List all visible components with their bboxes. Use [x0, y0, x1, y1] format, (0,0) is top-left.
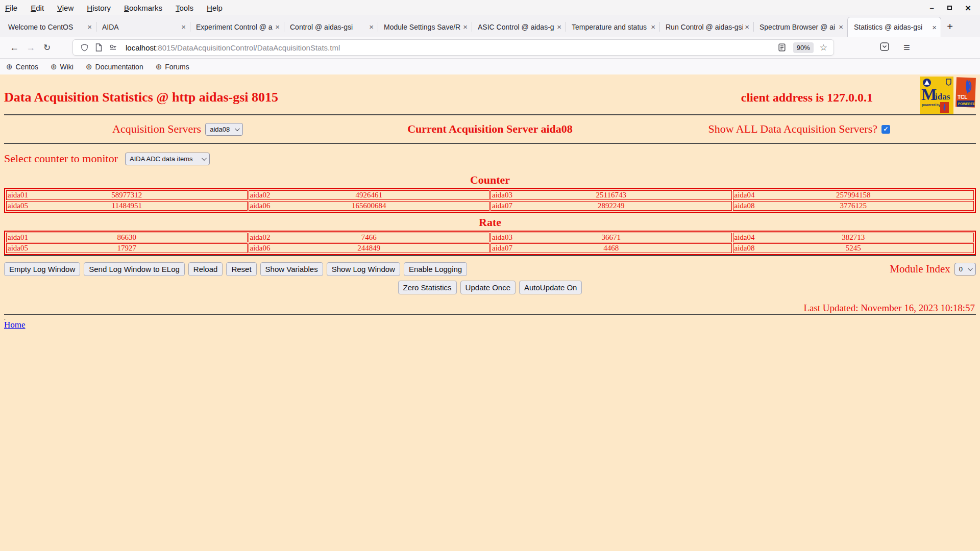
acquisition-servers-group: Acquisition Servers aida08: [112, 122, 243, 136]
counter-cell: aida06165600684: [249, 201, 490, 211]
rate-cell: aida06244849: [249, 243, 490, 253]
site-identity-icon[interactable]: [109, 44, 117, 51]
counter-table: aida0158977312 aida024926461 aida0325116…: [4, 188, 976, 213]
acquisition-servers-label: Acquisition Servers: [112, 122, 201, 136]
last-updated-text: Last Updated: November 16, 2023 10:18:57: [4, 303, 976, 314]
bookmark-centos[interactable]: Centos: [6, 62, 38, 71]
enable-logging-button[interactable]: Enable Logging: [404, 262, 467, 276]
menu-view[interactable]: View: [57, 4, 74, 12]
tab-experiment-control[interactable]: Experiment Control @ a: [190, 17, 284, 37]
tab-spectrum-browser[interactable]: Spectrum Browser @ ai: [753, 17, 847, 37]
module-index-group: Module Index 0: [890, 263, 976, 276]
bookmark-documentation[interactable]: Documentation: [86, 62, 143, 71]
svg-text:M: M: [921, 85, 937, 104]
menu-edit[interactable]: Edit: [31, 4, 44, 12]
update-once-button[interactable]: Update Once: [460, 281, 516, 294]
tab-module-settings[interactable]: Module Settings Save/R: [378, 17, 472, 37]
empty-log-window-button[interactable]: Empty Log Window: [4, 262, 80, 276]
close-icon[interactable]: [745, 22, 749, 31]
tab-asic-control[interactable]: ASIC Control @ aidas-g: [472, 17, 566, 37]
close-icon[interactable]: [275, 22, 280, 31]
current-server-label: Current Acquisition Server aida08: [407, 122, 573, 136]
toolbar-right: [880, 41, 917, 54]
url-path: :8015/DataAcquisitionControl/DataAcquisi…: [156, 43, 340, 52]
tab-aida[interactable]: AIDA: [96, 17, 190, 37]
bookmark-label: Centos: [16, 63, 38, 71]
close-icon[interactable]: [651, 22, 655, 31]
home-link-row: Home: [4, 320, 976, 330]
counter-cell: aida0511484951: [6, 201, 248, 211]
show-log-window-button[interactable]: Show Log Window: [327, 262, 400, 276]
menu-history[interactable]: History: [87, 4, 111, 12]
tab-label: ASIC Control @ aidas-g: [478, 23, 555, 31]
close-icon[interactable]: [87, 22, 92, 31]
zoom-level-badge[interactable]: 90%: [793, 42, 814, 53]
page-title: Data Acquisition Statistics @ http aidas…: [4, 90, 278, 105]
dot-text: .: [4, 316, 976, 320]
close-icon[interactable]: [369, 22, 374, 31]
close-icon[interactable]: [557, 22, 561, 31]
reader-mode-icon[interactable]: [778, 43, 786, 52]
tab-temperature-status[interactable]: Temperature and status: [566, 17, 659, 37]
reload-button[interactable]: Reload: [188, 262, 223, 276]
close-icon[interactable]: [839, 22, 843, 31]
menu-tools[interactable]: Tools: [176, 4, 193, 12]
selected-module-index: 0: [959, 265, 963, 273]
bookmark-star-icon[interactable]: [820, 42, 827, 53]
tab-statistics-active[interactable]: Statistics @ aidas-gsi: [847, 17, 941, 37]
tab-label: Temperature and status: [572, 23, 649, 31]
bookmark-label: Wiki: [60, 63, 74, 71]
bookmark-wiki[interactable]: Wiki: [51, 62, 74, 71]
rate-cell: aida027466: [249, 233, 490, 242]
counter-monitor-select[interactable]: AIDA ADC data items: [125, 153, 210, 165]
reload-icon[interactable]: [39, 42, 55, 53]
menu-bookmarks[interactable]: Bookmarks: [124, 4, 162, 12]
close-icon[interactable]: [181, 22, 186, 31]
minimize-button[interactable]: [930, 4, 934, 12]
bookmark-forums[interactable]: Forums: [156, 62, 189, 71]
send-log-to-elog-button[interactable]: Send Log Window to ELog: [84, 262, 185, 276]
globe-icon: [6, 62, 13, 71]
tab-welcome-to-centos[interactable]: Welcome to CentOS: [2, 17, 96, 37]
tab-control-aidas-gsi[interactable]: Control @ aidas-gsi: [284, 17, 378, 37]
svg-text:TCL: TCL: [958, 94, 967, 100]
menu-file[interactable]: File: [5, 4, 17, 12]
maximize-button[interactable]: [947, 6, 952, 10]
hamburger-menu-icon[interactable]: [903, 41, 910, 54]
rate-cell: aida085245: [733, 243, 974, 253]
show-all-checkbox[interactable]: [881, 125, 890, 134]
counter-cell: aida072892249: [491, 201, 732, 211]
svg-text:powered by: powered by: [922, 103, 941, 107]
tcl-powered-logo: TCL POWERED: [955, 77, 976, 109]
back-icon[interactable]: [6, 42, 22, 53]
pocket-icon[interactable]: [880, 42, 889, 53]
client-address: client address is 127.0.0.1: [741, 91, 873, 105]
acquisition-server-select[interactable]: aida08: [205, 123, 243, 136]
new-tab-button[interactable]: [941, 17, 959, 37]
zero-statistics-button[interactable]: Zero Statistics: [398, 281, 457, 294]
close-icon[interactable]: [463, 22, 468, 31]
rate-heading: Rate: [4, 216, 976, 229]
tab-label: Run Control @ aidas-gsi: [666, 23, 743, 31]
rate-cell: aida074468: [491, 243, 732, 253]
module-index-select[interactable]: 0: [954, 263, 976, 276]
counter-cell: aida083776125: [733, 201, 974, 211]
close-window-button[interactable]: [965, 3, 971, 13]
tab-run-control[interactable]: Run Control @ aidas-gsi: [659, 17, 753, 37]
forward-icon[interactable]: [22, 42, 39, 53]
home-link[interactable]: Home: [4, 320, 26, 330]
autoupdate-on-button[interactable]: AutoUpdate On: [519, 281, 582, 294]
url-text[interactable]: localhost:8015/DataAcquisitionControl/Da…: [126, 43, 775, 52]
page-info-icon[interactable]: [95, 43, 102, 52]
menu-help[interactable]: Help: [207, 4, 223, 12]
globe-icon: [51, 62, 57, 71]
shield-icon[interactable]: [81, 43, 88, 52]
svg-text:idas: idas: [935, 92, 950, 102]
tab-label: Welcome to CentOS: [8, 23, 85, 31]
reset-button[interactable]: Reset: [226, 262, 256, 276]
close-icon[interactable]: [932, 23, 937, 32]
show-variables-button[interactable]: Show Variables: [260, 262, 323, 276]
table-row: aida0186630 aida027466 aida0336671 aida0…: [6, 233, 974, 242]
url-bar[interactable]: localhost:8015/DataAcquisitionControl/Da…: [72, 39, 834, 56]
rate-cell: aida0336671: [491, 233, 732, 242]
